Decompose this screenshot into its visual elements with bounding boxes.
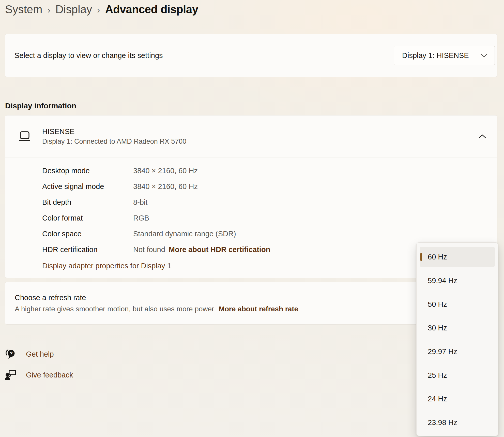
detail-row-bit-depth: Bit depth 8-bit	[42, 194, 497, 210]
detail-value: 3840 × 2160, 60 Hz	[133, 167, 198, 175]
advanced-display-page: System › Display › Advanced display Sele…	[0, 0, 504, 437]
detail-label: Active signal mode	[42, 182, 133, 191]
detail-label: Bit depth	[42, 198, 133, 207]
page-title: Advanced display	[105, 3, 198, 16]
refresh-option-label: 50 Hz	[428, 300, 447, 309]
refresh-option-23-98hz[interactable]: 23.98 Hz	[420, 413, 495, 432]
detail-label: Desktop mode	[42, 167, 133, 175]
refresh-option-label: 25 Hz	[428, 371, 447, 380]
detail-row-color-space: Color space Standard dynamic range (SDR)	[42, 226, 497, 242]
detail-label: Color space	[42, 230, 133, 238]
detail-value: RGB	[133, 214, 149, 222]
refresh-option-29-97hz[interactable]: 29.97 Hz	[420, 342, 495, 361]
help-bubble-icon: ?	[5, 348, 16, 360]
detail-value: Not found	[133, 245, 165, 254]
breadcrumb: System › Display › Advanced display	[0, 0, 504, 17]
detail-value: 3840 × 2160, 60 Hz	[133, 182, 198, 191]
breadcrumb-system[interactable]: System	[5, 3, 42, 16]
refresh-option-50hz[interactable]: 50 Hz	[420, 294, 495, 314]
refresh-option-30hz[interactable]: 30 Hz	[420, 318, 495, 338]
display-selector-dropdown[interactable]: Display 1: HISENSE	[394, 46, 495, 65]
refresh-option-label: 60 Hz	[428, 253, 447, 261]
chevron-right-icon: ›	[48, 4, 50, 15]
detail-row-active-signal-mode: Active signal mode 3840 × 2160, 60 Hz	[42, 179, 497, 194]
display-selector-value: Display 1: HISENSE	[402, 51, 469, 60]
person-feedback-icon	[5, 369, 16, 381]
get-help-link[interactable]: Get help	[26, 350, 54, 358]
refresh-option-label: 30 Hz	[428, 324, 447, 332]
detail-value: 8-bit	[133, 198, 147, 207]
refresh-option-label: 24 Hz	[428, 395, 447, 403]
chevron-down-icon	[481, 54, 487, 57]
breadcrumb-display[interactable]: Display	[55, 3, 92, 16]
refresh-option-60hz[interactable]: 60 Hz	[420, 247, 495, 267]
detail-row-desktop-mode: Desktop mode 3840 × 2160, 60 Hz	[42, 163, 497, 179]
refresh-option-59-94hz[interactable]: 59.94 Hz	[420, 271, 495, 290]
svg-text:?: ?	[10, 351, 13, 356]
more-about-hdr-certification-link[interactable]: More about HDR certification	[169, 245, 270, 254]
detail-label: HDR certification	[42, 245, 133, 254]
display-info-expander[interactable]: HISENSE Display 1: Connected to AMD Rade…	[5, 115, 497, 157]
refresh-option-label: 59.94 Hz	[428, 276, 457, 285]
detail-value: Standard dynamic range (SDR)	[133, 230, 236, 238]
display-selector-label: Select a display to view or change its s…	[14, 51, 163, 60]
chevron-up-icon[interactable]	[478, 134, 486, 139]
refresh-rate-flyout: 60 Hz 59.94 Hz 50 Hz 30 Hz 29.97 Hz 25 H…	[416, 242, 498, 436]
monitor-icon	[18, 131, 31, 142]
monitor-heading: HISENSE Display 1: Connected to AMD Rade…	[42, 127, 186, 145]
refresh-option-25hz[interactable]: 25 Hz	[420, 365, 495, 385]
more-about-refresh-rate-link[interactable]: More about refresh rate	[219, 305, 298, 313]
give-feedback-link[interactable]: Give feedback	[26, 371, 73, 379]
display-adapter-properties-link[interactable]: Display adapter properties for Display 1	[42, 262, 171, 270]
chevron-right-icon: ›	[97, 4, 100, 15]
monitor-subtitle: Display 1: Connected to AMD Radeon RX 57…	[42, 138, 186, 145]
refresh-option-24hz[interactable]: 24 Hz	[420, 389, 495, 409]
detail-row-color-format: Color format RGB	[42, 210, 497, 226]
display-information-heading: Display information	[5, 100, 504, 111]
detail-label: Color format	[42, 214, 133, 222]
refresh-rate-description: A higher rate gives smoother motion, but…	[15, 305, 214, 313]
display-selector-card: Select a display to view or change its s…	[5, 34, 497, 77]
refresh-option-label: 29.97 Hz	[428, 347, 457, 356]
monitor-name: HISENSE	[42, 127, 186, 136]
refresh-option-label: 23.98 Hz	[428, 418, 457, 427]
